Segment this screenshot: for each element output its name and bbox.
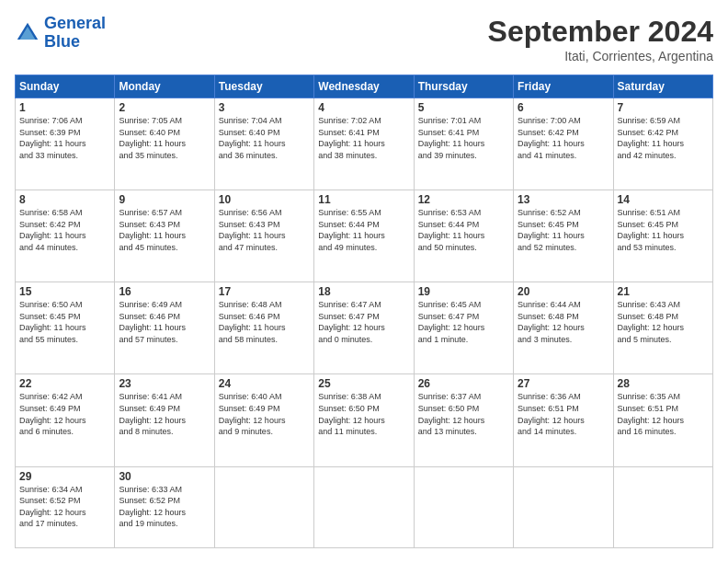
day-number: 27 [518, 377, 609, 390]
calendar-cell: 25Sunrise: 6:38 AMSunset: 6:50 PMDayligh… [314, 374, 414, 466]
day-info: Sunrise: 7:06 AMSunset: 6:39 PMDaylight:… [19, 115, 110, 161]
day-number: 10 [219, 193, 310, 206]
day-number: 16 [119, 285, 210, 298]
day-info: Sunrise: 7:00 AMSunset: 6:42 PMDaylight:… [518, 115, 609, 161]
calendar-cell: 1Sunrise: 7:06 AMSunset: 6:39 PMDaylight… [16, 98, 115, 190]
title-block: September 2024 Itati, Corrientes, Argent… [488, 15, 713, 63]
day-info: Sunrise: 6:58 AMSunset: 6:42 PMDaylight:… [19, 207, 110, 253]
day-number: 24 [219, 377, 310, 390]
calendar-cell: 7Sunrise: 6:59 AMSunset: 6:42 PMDaylight… [613, 98, 712, 190]
calendar-cell: 18Sunrise: 6:47 AMSunset: 6:47 PMDayligh… [314, 282, 414, 374]
day-info: Sunrise: 6:52 AMSunset: 6:45 PMDaylight:… [518, 207, 609, 253]
calendar-cell: 29Sunrise: 6:34 AMSunset: 6:52 PMDayligh… [16, 466, 115, 547]
calendar-cell: 11Sunrise: 6:55 AMSunset: 6:44 PMDayligh… [314, 190, 414, 282]
calendar-cell: 17Sunrise: 6:48 AMSunset: 6:46 PMDayligh… [214, 282, 313, 374]
calendar-cell: 9Sunrise: 6:57 AMSunset: 6:43 PMDaylight… [115, 190, 214, 282]
day-info: Sunrise: 6:59 AMSunset: 6:42 PMDaylight:… [618, 115, 709, 161]
day-number: 17 [219, 285, 310, 298]
day-info: Sunrise: 6:47 AMSunset: 6:47 PMDaylight:… [318, 299, 409, 345]
calendar-cell: 22Sunrise: 6:42 AMSunset: 6:49 PMDayligh… [16, 374, 115, 466]
calendar-cell: 10Sunrise: 6:56 AMSunset: 6:43 PMDayligh… [214, 190, 313, 282]
day-info: Sunrise: 6:37 AMSunset: 6:50 PMDaylight:… [418, 391, 509, 437]
day-number: 26 [418, 377, 509, 390]
day-info: Sunrise: 6:33 AMSunset: 6:52 PMDaylight:… [119, 484, 210, 530]
day-info: Sunrise: 6:35 AMSunset: 6:51 PMDaylight:… [618, 391, 709, 437]
calendar-cell: 14Sunrise: 6:51 AMSunset: 6:45 PMDayligh… [613, 190, 712, 282]
day-info: Sunrise: 6:49 AMSunset: 6:46 PMDaylight:… [119, 299, 210, 345]
calendar-cell: 30Sunrise: 6:33 AMSunset: 6:52 PMDayligh… [115, 466, 214, 547]
day-number: 15 [19, 285, 110, 298]
day-number: 11 [318, 193, 409, 206]
col-friday: Friday [514, 75, 613, 98]
day-info: Sunrise: 6:36 AMSunset: 6:51 PMDaylight:… [518, 391, 609, 437]
day-number: 5 [418, 101, 509, 114]
calendar-cell: 13Sunrise: 6:52 AMSunset: 6:45 PMDayligh… [514, 190, 613, 282]
day-number: 12 [418, 193, 509, 206]
month-title: September 2024 [488, 15, 713, 49]
logo-text: General Blue [44, 15, 106, 52]
day-number: 4 [318, 101, 409, 114]
calendar-cell [214, 466, 313, 547]
day-number: 25 [318, 377, 409, 390]
day-info: Sunrise: 6:38 AMSunset: 6:50 PMDaylight:… [318, 391, 409, 437]
logo-line1: General [44, 14, 106, 32]
calendar-cell: 19Sunrise: 6:45 AMSunset: 6:47 PMDayligh… [414, 282, 513, 374]
day-info: Sunrise: 6:34 AMSunset: 6:52 PMDaylight:… [19, 484, 110, 530]
calendar-cell [514, 466, 613, 547]
calendar-cell: 26Sunrise: 6:37 AMSunset: 6:50 PMDayligh… [414, 374, 513, 466]
day-number: 30 [119, 470, 210, 483]
day-info: Sunrise: 6:57 AMSunset: 6:43 PMDaylight:… [119, 207, 210, 253]
calendar-cell: 21Sunrise: 6:43 AMSunset: 6:48 PMDayligh… [613, 282, 712, 374]
calendar-cell [613, 466, 712, 547]
col-saturday: Saturday [613, 75, 712, 98]
day-info: Sunrise: 7:02 AMSunset: 6:41 PMDaylight:… [318, 115, 409, 161]
col-monday: Monday [115, 75, 214, 98]
calendar-cell: 23Sunrise: 6:41 AMSunset: 6:49 PMDayligh… [115, 374, 214, 466]
day-info: Sunrise: 7:05 AMSunset: 6:40 PMDaylight:… [119, 115, 210, 161]
calendar-cell: 12Sunrise: 6:53 AMSunset: 6:44 PMDayligh… [414, 190, 513, 282]
calendar-week-row: 29Sunrise: 6:34 AMSunset: 6:52 PMDayligh… [16, 466, 713, 547]
calendar-header-row: Sunday Monday Tuesday Wednesday Thursday… [16, 75, 713, 98]
page: General Blue September 2024 Itati, Corri… [0, 0, 728, 563]
location-subtitle: Itati, Corrientes, Argentina [488, 49, 713, 63]
day-info: Sunrise: 6:40 AMSunset: 6:49 PMDaylight:… [219, 391, 310, 437]
day-number: 29 [19, 470, 110, 483]
day-info: Sunrise: 6:56 AMSunset: 6:43 PMDaylight:… [219, 207, 310, 253]
calendar-cell: 3Sunrise: 7:04 AMSunset: 6:40 PMDaylight… [214, 98, 313, 190]
calendar-cell [414, 466, 513, 547]
calendar-cell [314, 466, 414, 547]
day-info: Sunrise: 6:42 AMSunset: 6:49 PMDaylight:… [19, 391, 110, 437]
day-info: Sunrise: 6:41 AMSunset: 6:49 PMDaylight:… [119, 391, 210, 437]
day-number: 19 [418, 285, 509, 298]
calendar-cell: 16Sunrise: 6:49 AMSunset: 6:46 PMDayligh… [115, 282, 214, 374]
calendar-cell: 5Sunrise: 7:01 AMSunset: 6:41 PMDaylight… [414, 98, 513, 190]
logo-icon [15, 20, 40, 46]
calendar-week-row: 1Sunrise: 7:06 AMSunset: 6:39 PMDaylight… [16, 98, 713, 190]
day-number: 14 [618, 193, 709, 206]
day-info: Sunrise: 6:53 AMSunset: 6:44 PMDaylight:… [418, 207, 509, 253]
day-info: Sunrise: 7:01 AMSunset: 6:41 PMDaylight:… [418, 115, 509, 161]
day-number: 8 [19, 193, 110, 206]
day-info: Sunrise: 6:51 AMSunset: 6:45 PMDaylight:… [618, 207, 709, 253]
calendar-cell: 2Sunrise: 7:05 AMSunset: 6:40 PMDaylight… [115, 98, 214, 190]
calendar-table: Sunday Monday Tuesday Wednesday Thursday… [15, 75, 713, 548]
calendar-cell: 8Sunrise: 6:58 AMSunset: 6:42 PMDaylight… [16, 190, 115, 282]
day-number: 28 [618, 377, 709, 390]
calendar-cell: 6Sunrise: 7:00 AMSunset: 6:42 PMDaylight… [514, 98, 613, 190]
day-number: 1 [19, 101, 110, 114]
col-sunday: Sunday [16, 75, 115, 98]
day-number: 22 [19, 377, 110, 390]
day-number: 23 [119, 377, 210, 390]
day-number: 21 [618, 285, 709, 298]
day-info: Sunrise: 7:04 AMSunset: 6:40 PMDaylight:… [219, 115, 310, 161]
logo-line2: Blue [44, 32, 80, 51]
calendar-cell: 20Sunrise: 6:44 AMSunset: 6:48 PMDayligh… [514, 282, 613, 374]
calendar-week-row: 15Sunrise: 6:50 AMSunset: 6:45 PMDayligh… [16, 282, 713, 374]
calendar-cell: 28Sunrise: 6:35 AMSunset: 6:51 PMDayligh… [613, 374, 712, 466]
calendar-cell: 27Sunrise: 6:36 AMSunset: 6:51 PMDayligh… [514, 374, 613, 466]
day-info: Sunrise: 6:55 AMSunset: 6:44 PMDaylight:… [318, 207, 409, 253]
calendar-week-row: 22Sunrise: 6:42 AMSunset: 6:49 PMDayligh… [16, 374, 713, 466]
day-number: 20 [518, 285, 609, 298]
col-wednesday: Wednesday [314, 75, 414, 98]
col-thursday: Thursday [414, 75, 513, 98]
